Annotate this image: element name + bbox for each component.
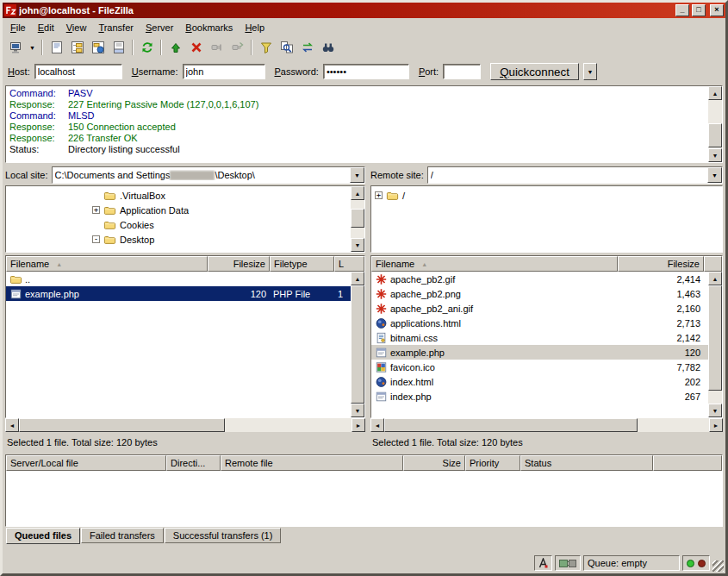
remote-list-hscrollbar[interactable]: ◄ ► [370,418,723,432]
scrollbar-thumb[interactable] [384,418,638,432]
scroll-down-icon[interactable]: ▼ [708,404,722,417]
column-header-lastmodified[interactable]: L [334,256,364,272]
cancel-button[interactable] [186,38,206,57]
file-row[interactable]: favicon.ico 7,782 [371,360,708,374]
combo-dropdown-icon[interactable]: ▼ [707,167,722,183]
local-list-header: Filename▲ Filesize Filetype L [6,256,364,272]
column-header-filetype[interactable]: Filetype [270,256,334,272]
file-row[interactable]: apache_pb2.png 1,463 [371,286,708,301]
column-header-filesize[interactable]: Filesize [208,256,270,272]
directory-comparison-button[interactable] [277,38,296,57]
tree-item[interactable]: - Desktop [6,232,351,247]
scroll-right-icon[interactable]: ► [709,418,723,432]
close-button[interactable]: × [710,4,724,16]
maximize-button[interactable]: □ [692,4,706,16]
scrollbar-thumb[interactable] [351,285,364,404]
resize-grip[interactable] [712,560,724,572]
scroll-up-icon[interactable]: ▲ [351,272,364,285]
filter-button[interactable] [256,38,276,57]
column-header-server-local-file[interactable]: Server/Local file [6,455,166,471]
title-bar[interactable]: john@localhost - FileZilla _ □ × [3,3,725,18]
quickconnect-dropdown-button[interactable]: ▼ [583,63,597,80]
quickconnect-button[interactable]: Quickconnect [490,63,579,80]
log-scrollbar[interactable]: ▲ ▼ [708,86,722,162]
scrollbar-thumb[interactable] [351,209,364,228]
sort-ascending-icon: ▲ [56,261,62,267]
scroll-down-icon[interactable]: ▼ [708,148,722,162]
synchronized-browsing-button[interactable] [297,38,317,57]
disconnect-button[interactable] [207,38,227,57]
column-header-remote-file[interactable]: Remote file [221,455,403,471]
toggle-queue-button[interactable] [109,38,128,57]
scroll-down-icon[interactable]: ▼ [351,404,364,417]
tab-successful-transfers[interactable]: Successful transfers (1) [165,528,282,543]
file-row-selected[interactable]: example.php 120 [371,345,708,360]
file-row[interactable]: applications.html 2,713 [371,316,708,330]
menu-transfer[interactable]: Transfer [92,20,140,35]
scroll-left-icon[interactable]: ◄ [370,418,384,432]
username-input[interactable] [183,64,265,79]
local-list-scrollbar[interactable]: ▲ ▼ [351,272,364,417]
scrollbar-thumb[interactable] [19,418,225,432]
refresh-button[interactable] [137,38,157,57]
toggle-remote-tree-button[interactable] [88,38,108,57]
toggle-local-tree-button[interactable] [67,38,87,57]
scrollbar-thumb[interactable] [708,123,722,147]
tree-item[interactable]: + / [371,188,722,203]
local-list-hscrollbar[interactable]: ◄ ► [5,418,365,432]
column-header-status[interactable]: Status [520,455,653,471]
scrollbar-thumb[interactable] [708,285,722,391]
transfer-queue-icon [112,41,126,54]
local-tree-scrollbar[interactable]: ▲ ▼ [351,186,364,252]
column-header-filename[interactable]: Filename▲ [6,256,208,272]
file-row[interactable]: index.html 202 [371,374,708,389]
scroll-up-icon[interactable]: ▲ [708,86,722,100]
menu-server[interactable]: Server [140,20,179,35]
file-row[interactable]: bitnami.css 2,142 [371,330,708,345]
column-header-direction[interactable]: Directi... [166,455,221,471]
site-manager-button[interactable] [6,38,26,57]
column-header-filesize[interactable]: Filesize [618,256,704,272]
local-site-combo[interactable]: C:\Documents and Settings\Desktop\ ▼ [52,166,365,184]
scroll-right-icon[interactable]: ► [352,418,365,432]
scroll-up-icon[interactable]: ▲ [351,186,364,200]
minimize-button[interactable]: _ [675,4,689,16]
transfer-type-indicator [534,555,552,571]
scroll-up-icon[interactable]: ▲ [708,272,722,285]
tab-failed-transfers[interactable]: Failed transfers [81,528,164,543]
file-row-selected[interactable]: example.php 120 PHP File 1 [6,286,351,301]
site-manager-dropdown-button[interactable]: ▼ [27,38,38,57]
menu-edit[interactable]: Edit [32,20,60,35]
tree-expander-icon[interactable]: - [92,235,100,243]
file-row[interactable]: apache_pb2.gif 2,414 [371,272,708,286]
file-row[interactable]: .. [6,272,351,286]
menu-bookmarks[interactable]: Bookmarks [179,20,239,35]
column-header-size[interactable]: Size [403,455,465,471]
find-button[interactable] [318,38,338,57]
column-header-filename[interactable]: Filename▲ [371,256,618,272]
scroll-down-icon[interactable]: ▼ [351,238,364,252]
tab-queued-files[interactable]: Queued files [6,528,80,544]
port-input[interactable] [443,64,481,79]
reconnect-button[interactable] [227,38,247,57]
menu-view[interactable]: View [60,20,93,35]
password-input[interactable] [323,64,409,79]
tree-item[interactable]: + Application Data [6,203,351,217]
host-input[interactable] [34,64,122,79]
menu-file[interactable]: File [4,20,32,35]
remote-list-scrollbar[interactable]: ▲ ▼ [708,272,722,417]
remote-site-combo[interactable]: / ▼ [427,166,723,184]
process-queue-button[interactable] [165,38,185,57]
combo-dropdown-icon[interactable]: ▼ [350,167,364,183]
toggle-message-log-button[interactable] [47,38,66,57]
file-row[interactable]: index.php 267 [371,389,708,404]
tree-item[interactable]: Cookies [6,217,351,232]
column-header-priority[interactable]: Priority [465,455,520,471]
menu-help[interactable]: Help [239,20,271,35]
tree-expander-icon[interactable]: + [92,206,100,214]
scroll-left-icon[interactable]: ◄ [5,418,19,432]
log-line: Command:PASV [9,88,705,99]
tree-item[interactable]: .VirtualBox [6,188,351,203]
tree-expander-icon[interactable]: + [375,191,383,199]
file-row[interactable]: apache_pb2_ani.gif 2,160 [371,301,708,316]
